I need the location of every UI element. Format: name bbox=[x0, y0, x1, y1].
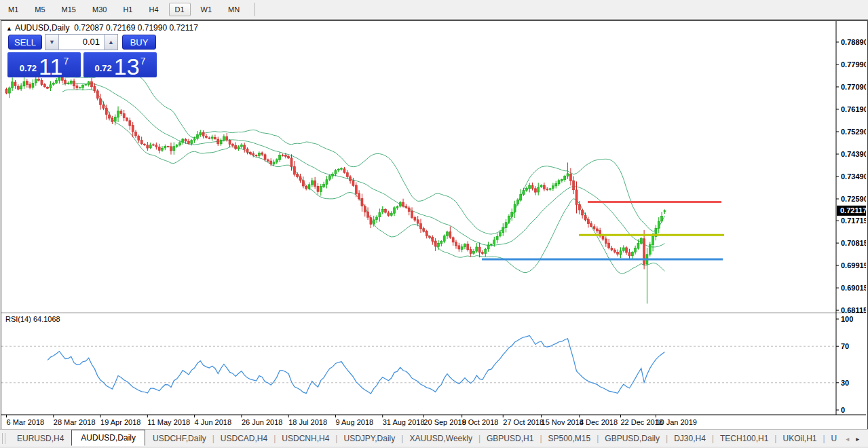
price-axis-label: 0.69915 bbox=[841, 261, 866, 269]
price-axis-label: 0.75290 bbox=[841, 128, 866, 136]
ask-price-frac: 0.72 bbox=[95, 63, 112, 73]
bid-price[interactable]: 0.72 11 7 bbox=[7, 52, 81, 77]
rsi-axis-label: 100 bbox=[841, 315, 853, 323]
timeframe-toolbar: M1M5M15M30H1H4D1W1MN bbox=[0, 0, 868, 20]
timeframe-button-w1[interactable]: W1 bbox=[195, 3, 219, 16]
price-axis-label: 0.71715 bbox=[841, 217, 866, 225]
chart-tab-u[interactable]: U bbox=[824, 431, 845, 446]
tabs-scroll-right-icon[interactable]: ▸ bbox=[856, 435, 859, 443]
current-price-value: 0.72117 bbox=[840, 206, 866, 214]
price-axis-label: 0.78890 bbox=[841, 38, 866, 46]
chart-tab-dj30-h4[interactable]: DJ30,H4 bbox=[666, 431, 713, 446]
timeframe-button-d1[interactable]: D1 bbox=[169, 3, 191, 16]
date-axis-label: 31 Aug 2018 bbox=[383, 418, 425, 426]
date-axis-label: 4 Dec 2018 bbox=[580, 418, 618, 426]
chart-tab-audusd-daily[interactable]: AUDUSD,Daily bbox=[71, 430, 145, 446]
toolbar-separator bbox=[254, 3, 255, 16]
price-axis-label: 0.77090 bbox=[841, 83, 866, 91]
timeframe-button-m5[interactable]: M5 bbox=[29, 3, 51, 16]
chart-tab-eurusd-h4[interactable]: EURUSD,H4 bbox=[10, 431, 71, 446]
price-axis-label: 0.76190 bbox=[841, 105, 866, 113]
price-axis-label: 0.77990 bbox=[841, 60, 866, 69]
date-axis-label: 18 Jul 2018 bbox=[288, 418, 327, 426]
rsi-axis-label: 0 bbox=[841, 406, 845, 414]
chart-symbol-label: AUDUSD,Daily bbox=[15, 23, 70, 33]
timeframe-button-h1[interactable]: H1 bbox=[117, 3, 138, 16]
chart-tab-bar: EURUSD,H4AUDUSD,DailyUSDCHF,Daily|USDCAD… bbox=[0, 429, 868, 447]
timeframe-button-mn[interactable]: MN bbox=[222, 3, 246, 16]
date-axis-label: 9 Oct 2018 bbox=[462, 418, 499, 426]
timeframe-button-m30[interactable]: M30 bbox=[86, 3, 113, 16]
volume-stepper: ▼ 0.01 ▲ bbox=[45, 34, 118, 50]
date-axis-label: 20 Sep 2018 bbox=[423, 418, 466, 426]
volume-decrease-icon[interactable]: ▼ bbox=[45, 35, 59, 50]
rsi-indicator-label: RSI(14) 64.1068 bbox=[5, 315, 60, 323]
ask-price-sup: 7 bbox=[140, 56, 146, 67]
bid-price-frac: 0.72 bbox=[20, 63, 37, 73]
price-axis-label: 0.73490 bbox=[841, 172, 866, 181]
timeframe-button-m15[interactable]: M15 bbox=[56, 3, 82, 16]
chart-tab-tech100-h1[interactable]: TECH100,H1 bbox=[713, 431, 776, 446]
date-axis-label: 28 Mar 2018 bbox=[54, 418, 96, 426]
bollinger-band-line bbox=[62, 83, 665, 247]
ask-price-big: 13 bbox=[114, 56, 140, 77]
buy-button[interactable]: BUY bbox=[122, 35, 156, 50]
chart-canvas[interactable]: 0.788900.779900.770900.761900.752900.743… bbox=[1, 21, 866, 428]
price-axis-label: 0.68115 bbox=[841, 306, 866, 314]
chart-tab-gbpusd-h1[interactable]: GBPUSD,H1 bbox=[479, 431, 541, 446]
bid-price-sup: 7 bbox=[63, 56, 69, 67]
chart-tab-xauusd-weekly[interactable]: XAUUSD,Weekly bbox=[402, 431, 479, 446]
ask-price[interactable]: 0.72 13 7 bbox=[83, 52, 157, 77]
timeframe-button-m1[interactable]: M1 bbox=[2, 3, 24, 16]
rsi-line bbox=[48, 336, 664, 394]
sell-button[interactable]: SELL bbox=[8, 35, 42, 50]
price-axis-label: 0.72590 bbox=[841, 195, 866, 203]
chart-title: ▲AUDUSD,Daily 0.72087 0.72169 0.71990 0.… bbox=[6, 23, 198, 33]
date-axis-label: 6 Mar 2018 bbox=[7, 418, 45, 426]
volume-increase-icon[interactable]: ▲ bbox=[104, 35, 117, 50]
date-axis-label: 26 Jun 2018 bbox=[242, 418, 283, 426]
chart-tab-sp500-m15[interactable]: SP500,M15 bbox=[541, 431, 599, 446]
bid-price-big: 11 bbox=[39, 56, 62, 77]
tabs-scroll-left-icon[interactable]: ◂ bbox=[846, 435, 849, 443]
bollinger-band-line bbox=[62, 65, 665, 234]
date-axis-label: 9 Aug 2018 bbox=[335, 418, 373, 426]
chart-window: ▲AUDUSD,Daily 0.72087 0.72169 0.71990 0.… bbox=[1, 20, 868, 430]
chart-tab-usdjpy-daily[interactable]: USDJPY,Daily bbox=[336, 431, 402, 446]
price-axis-label: 0.69015 bbox=[841, 284, 866, 292]
volume-value[interactable]: 0.01 bbox=[59, 35, 104, 50]
chart-tab-gbpusd-daily[interactable]: GBPUSD,Daily bbox=[597, 431, 667, 446]
symbol-marker-icon: ▲ bbox=[6, 25, 12, 32]
chart-tab-usdcad-h4[interactable]: USDCAD,H4 bbox=[213, 431, 275, 446]
rsi-axis-label: 30 bbox=[841, 379, 849, 387]
chart-tab-usdcnh-h4[interactable]: USDCNH,H4 bbox=[274, 431, 337, 446]
date-axis-label: 4 Jun 2018 bbox=[195, 418, 231, 426]
date-axis-label: 11 May 2018 bbox=[147, 418, 190, 426]
date-axis-label: 27 Oct 2018 bbox=[503, 418, 544, 426]
rsi-axis-label: 70 bbox=[841, 342, 849, 350]
timeframe-button-h4[interactable]: H4 bbox=[143, 3, 164, 16]
date-axis-label: 10 Jan 2019 bbox=[656, 418, 697, 426]
chart-tab-usdchf-daily[interactable]: USDCHF,Daily bbox=[145, 431, 214, 446]
price-axis-label: 0.74390 bbox=[841, 150, 866, 158]
date-axis-label: 19 Apr 2018 bbox=[100, 418, 140, 426]
date-axis-label: 15 Nov 2018 bbox=[542, 418, 584, 426]
chart-ohlc-values: 0.72087 0.72169 0.71990 0.72117 bbox=[74, 23, 198, 33]
one-click-trade-panel: SELL ▼ 0.01 ▲ BUY 0.72 11 7 0.72 13 7 bbox=[7, 34, 157, 77]
price-axis-label: 0.70815 bbox=[841, 239, 866, 247]
chart-tab-ukoil-h1[interactable]: UKOil,H1 bbox=[775, 431, 824, 446]
tabbar-grip bbox=[2, 433, 5, 444]
